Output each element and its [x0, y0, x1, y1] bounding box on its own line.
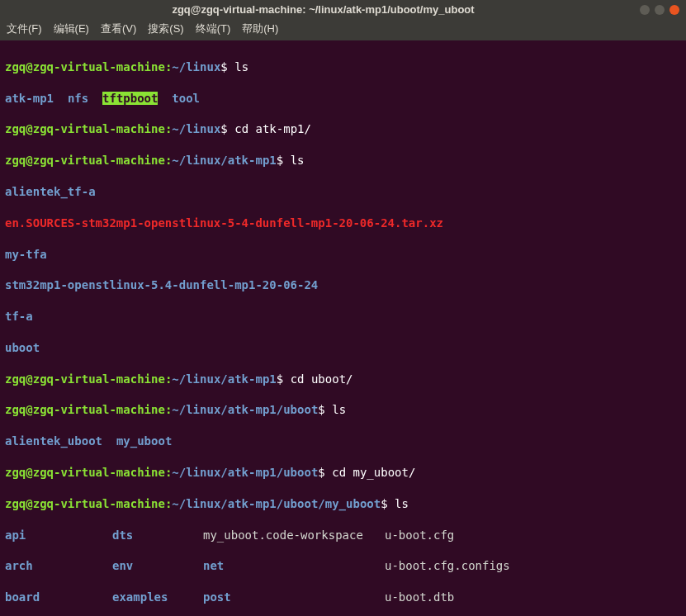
maximize-icon[interactable]: [655, 5, 665, 15]
command: ls: [395, 497, 409, 510]
minimize-icon[interactable]: [640, 5, 650, 15]
menu-view[interactable]: 查看(V): [101, 21, 136, 36]
menu-search[interactable]: 搜索(S): [148, 21, 183, 36]
dir-item: my-tfa: [5, 248, 47, 261]
prompt-path: ~/linux: [172, 60, 220, 73]
file-item: u-boot.dtb: [385, 590, 550, 605]
dir-item: tool: [172, 92, 200, 105]
file-item: u-boot.cfg.configs: [385, 558, 550, 574]
terminal-output[interactable]: zgq@zgq-virtual-machine:~/linux$ ls atk-…: [0, 40, 686, 616]
menu-edit[interactable]: 编辑(E): [54, 21, 89, 36]
file-item: my_uboot.code-workspace: [203, 528, 385, 543]
dir-item: stm32mp1-openstlinux-5.4-dunfell-mp1-20-…: [5, 278, 318, 291]
dir-item: api: [5, 528, 112, 543]
dir-item: nfs: [68, 92, 88, 105]
dir-item: alientek_uboot: [5, 434, 102, 448]
dir-item: post: [203, 590, 385, 605]
dir-item: uboot: [5, 341, 40, 354]
menubar: 文件(F) 编辑(E) 查看(V) 搜索(S) 终端(T) 帮助(H): [0, 19, 686, 40]
command: ls: [291, 154, 305, 167]
dir-item: arch: [5, 558, 112, 574]
prompt-userhost: zgq@zgq-virtual-machine: [5, 60, 165, 73]
command: cd uboot/: [291, 372, 353, 386]
dir-item: examples: [112, 590, 203, 605]
dir-item: env: [112, 558, 203, 574]
command: ls: [332, 403, 346, 416]
file-item: en.SOURCES-stm32mp1-openstlinux-5-4-dunf…: [5, 216, 443, 230]
close-icon[interactable]: [669, 5, 679, 15]
dir-item: my_uboot: [116, 434, 172, 448]
file-item: u-boot.cfg: [385, 528, 550, 543]
command: ls: [234, 60, 248, 73]
menu-file[interactable]: 文件(F): [7, 21, 42, 36]
dir-item: tf-a: [5, 310, 33, 323]
window-title: zgq@zgq-virtual-machine: ~/linux/atk-mp1…: [7, 3, 640, 16]
titlebar: zgq@zgq-virtual-machine: ~/linux/atk-mp1…: [0, 0, 686, 19]
dir-item: net: [203, 558, 385, 574]
dir-item: alientek_tf-a: [5, 185, 96, 198]
dir-item: dts: [112, 528, 203, 543]
command: cd atk-mp1/: [234, 122, 311, 135]
dir-item: board: [5, 590, 112, 605]
menu-terminal[interactable]: 终端(T): [196, 21, 231, 36]
window-controls: [640, 5, 679, 15]
dir-item: atk-mp1: [5, 92, 54, 105]
command: cd my_uboot/: [332, 466, 415, 479]
menu-help[interactable]: 帮助(H): [242, 21, 278, 36]
dir-item: tftpboot: [102, 92, 158, 105]
